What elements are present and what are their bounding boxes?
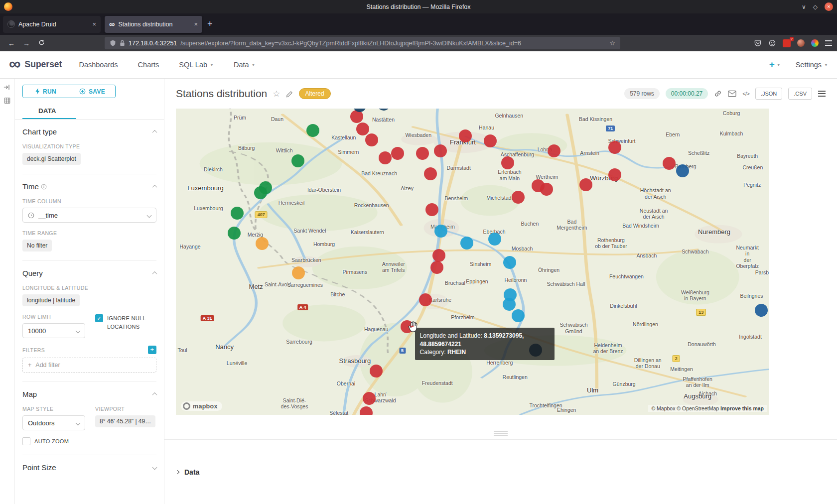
time-range-pill[interactable]: No filter bbox=[22, 240, 52, 252]
lonlat-pill[interactable]: longitude | latitude bbox=[22, 294, 80, 306]
tab-close-icon[interactable]: × bbox=[194, 20, 198, 28]
map-point-red[interactable] bbox=[391, 147, 404, 160]
map-point-red[interactable] bbox=[356, 123, 369, 135]
map-point-red[interactable] bbox=[663, 157, 676, 170]
data-results-panel[interactable]: Data bbox=[164, 439, 837, 504]
add-filter-plus-button[interactable]: + bbox=[148, 346, 156, 354]
improve-map-link[interactable]: Improve this map bbox=[720, 405, 764, 411]
nav-item-data[interactable]: Data▼ bbox=[234, 61, 256, 69]
new-tab-button[interactable]: + bbox=[207, 19, 213, 29]
map-point-red[interactable] bbox=[540, 183, 553, 196]
map-point-red[interactable] bbox=[579, 178, 592, 191]
collapse-panel-icon[interactable] bbox=[3, 84, 11, 91]
map-style-select[interactable]: Outdoors bbox=[22, 415, 85, 430]
map-point-blue[interactable] bbox=[755, 304, 768, 317]
tab-data[interactable]: DATA bbox=[22, 103, 76, 119]
nav-item-charts[interactable]: Charts bbox=[138, 61, 159, 69]
lock-icon[interactable] bbox=[120, 40, 125, 46]
map-point-green[interactable] bbox=[228, 227, 241, 240]
share-link-icon[interactable] bbox=[714, 90, 722, 98]
section-header[interactable]: Query bbox=[22, 269, 156, 277]
tab-stations-distribution[interactable]: ∞ Stations distribution × bbox=[105, 16, 202, 33]
nav-item-sql-lab[interactable]: SQL Lab▼ bbox=[179, 61, 214, 69]
email-icon[interactable] bbox=[728, 90, 736, 97]
map-point-teal[interactable] bbox=[512, 309, 525, 322]
tab-apache-druid[interactable]: Apache Druid × bbox=[3, 16, 101, 33]
section-header[interactable]: Time bbox=[22, 182, 156, 191]
map-point-green[interactable] bbox=[306, 124, 319, 137]
map-point-teal[interactable] bbox=[460, 237, 473, 250]
chart-menu-icon[interactable] bbox=[818, 91, 826, 97]
tab-close-icon[interactable]: × bbox=[92, 20, 96, 28]
map-point-red[interactable] bbox=[608, 168, 621, 181]
map-point-red[interactable] bbox=[365, 133, 378, 146]
map-point-red[interactable] bbox=[512, 191, 525, 204]
map-point-red[interactable] bbox=[430, 261, 443, 274]
map-point-teal[interactable] bbox=[503, 256, 516, 269]
map-point-red[interactable] bbox=[425, 203, 438, 216]
save-button[interactable]: SAVE bbox=[69, 85, 115, 98]
map-point-red[interactable] bbox=[432, 249, 445, 262]
map-point-red[interactable] bbox=[363, 392, 376, 405]
map-canvas[interactable]: mapbox © Mapbox © OpenStreetMap Improve … bbox=[176, 109, 769, 415]
window-close-button[interactable]: × bbox=[825, 2, 833, 11]
section-header[interactable]: Chart type bbox=[22, 127, 156, 136]
viewport-pill[interactable]: 8° 46' 45.28" | 49… bbox=[95, 415, 155, 427]
url-bar[interactable]: 172.18.0.4:32251/superset/explore/?form_… bbox=[105, 37, 620, 49]
nav-item-dashboards[interactable]: Dashboards bbox=[79, 61, 118, 69]
map-point-red[interactable] bbox=[608, 141, 621, 154]
section-header[interactable]: Point Size bbox=[22, 463, 156, 472]
time-column-select[interactable]: __time bbox=[22, 208, 156, 223]
map-point-orange[interactable] bbox=[256, 237, 269, 250]
export-json-button[interactable]: .JSON bbox=[755, 88, 782, 100]
extension-pinwheel-icon[interactable] bbox=[811, 39, 819, 47]
section-header[interactable]: Map bbox=[22, 390, 156, 398]
settings-menu[interactable]: Settings▼ bbox=[796, 61, 828, 69]
browser-menu-icon[interactable] bbox=[825, 40, 832, 46]
map-point-red[interactable] bbox=[548, 144, 560, 157]
ignore-null-checkbox[interactable] bbox=[95, 314, 103, 322]
back-button[interactable]: ← bbox=[5, 39, 18, 47]
map-point-green[interactable] bbox=[231, 207, 244, 220]
map-point-red[interactable] bbox=[501, 156, 514, 169]
mapbox-logo[interactable]: mapbox bbox=[181, 401, 222, 411]
map-point-teal[interactable] bbox=[503, 298, 516, 311]
map-point-red[interactable] bbox=[434, 144, 447, 157]
window-maximize-button[interactable]: ◇ bbox=[813, 3, 818, 10]
edit-pencil-icon[interactable] bbox=[286, 90, 293, 98]
row-limit-select[interactable]: 10000 bbox=[22, 323, 85, 338]
map-point-red[interactable] bbox=[416, 147, 429, 160]
map-attribution[interactable]: © Mapbox © OpenStreetMap Improve this ma… bbox=[648, 405, 767, 412]
map-point-green[interactable] bbox=[291, 154, 304, 167]
ublock-shield-icon[interactable]: 2 bbox=[783, 39, 791, 47]
panel-drag-handle[interactable] bbox=[494, 431, 508, 436]
map-point-teal[interactable] bbox=[488, 233, 501, 246]
map-point-blue[interactable] bbox=[676, 164, 689, 177]
map-point-red[interactable] bbox=[459, 129, 472, 142]
map-point-red[interactable] bbox=[379, 151, 392, 164]
superset-brand[interactable]: ∞ Superset bbox=[9, 59, 62, 70]
window-minimize-button[interactable]: ∨ bbox=[802, 3, 806, 10]
map-point-orange[interactable] bbox=[292, 266, 305, 279]
reload-button[interactable] bbox=[35, 39, 48, 47]
viz-type-pill[interactable]: deck.gl Scatterplot bbox=[22, 153, 81, 165]
embed-code-icon[interactable]: </> bbox=[742, 91, 749, 97]
forward-button[interactable]: → bbox=[20, 39, 33, 47]
auto-zoom-checkbox[interactable] bbox=[22, 437, 30, 445]
pocket-icon[interactable] bbox=[754, 39, 762, 47]
tracking-shield-icon[interactable] bbox=[110, 40, 116, 46]
export-csv-button[interactable]: .CSV bbox=[788, 88, 812, 100]
add-filter-input[interactable]: + Add filter bbox=[22, 358, 156, 373]
bookmark-star-icon[interactable]: ☆ bbox=[609, 39, 615, 47]
map-point-red[interactable] bbox=[370, 365, 383, 378]
run-button[interactable]: RUN bbox=[23, 85, 69, 98]
map-point-green[interactable] bbox=[254, 186, 267, 199]
favorite-star-icon[interactable]: ☆ bbox=[273, 89, 280, 99]
container-mask-icon[interactable] bbox=[768, 39, 776, 47]
profile-avatar-icon[interactable] bbox=[797, 39, 805, 47]
map-point-red[interactable] bbox=[484, 134, 497, 147]
map-point-teal[interactable] bbox=[434, 225, 447, 238]
map-point-red[interactable] bbox=[419, 293, 432, 306]
map-point-red[interactable] bbox=[424, 167, 437, 180]
datasource-grid-icon[interactable] bbox=[3, 97, 11, 104]
